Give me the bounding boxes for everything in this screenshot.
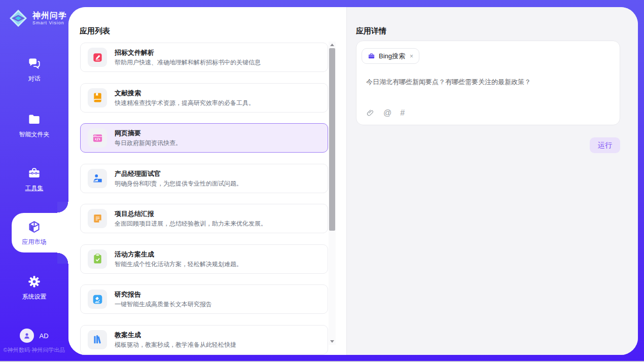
tool-chip-label: Bing搜索 [379, 52, 405, 61]
app-card-desc: 快速精准查找学术资源，提高研究效率的必备工具。 [115, 99, 255, 107]
app-card-desc: 智能生成个性化活动方案，轻松解决规划难题。 [115, 260, 242, 268]
app-card-title: 网页摘要 [115, 129, 182, 137]
chat-icon [27, 57, 41, 70]
clipboard-check-icon [88, 249, 107, 269]
app-card-desc: 一键智能生成高质量长文本研究报告 [115, 300, 212, 308]
note-icon [88, 209, 107, 228]
app-card-desc: 全面回顾项目进展，总结经验教训，助力未来优化发展。 [115, 220, 267, 228]
app-card[interactable]: 产品经理面试官明确身份和职责，为您提供专业性的面试问题。 [80, 164, 328, 193]
app-card-title: 文献搜索 [115, 89, 255, 97]
app-card-title: 研究报告 [115, 290, 212, 299]
app-card[interactable]: 项目总结汇报全面回顾项目进展，总结经验教训，助力未来优化发展。 [80, 204, 328, 233]
scrollbar-down-arrow-icon[interactable] [329, 338, 336, 345]
prompt-composer[interactable]: Bing搜索 × 今日湖北有哪些新闻要点？有哪些需要关注的最新政策？ @ # [356, 41, 620, 125]
browser-code-icon [88, 128, 107, 148]
sidebar-item-folder[interactable]: 智能文件夹 [0, 113, 68, 139]
sidebar-item-label: 工具集 [0, 184, 68, 193]
scrollbar-up-arrow-icon[interactable] [329, 42, 336, 48]
app-card-title: 项目总结汇报 [115, 209, 267, 218]
edit-square-icon [88, 48, 107, 67]
toolbox-icon [27, 166, 41, 180]
app-card-desc: 模板驱动，教案秒成，教学准备从此轻松快捷 [115, 341, 236, 349]
chip-close-icon[interactable]: × [410, 53, 413, 60]
composer-toolbar: @ # [366, 108, 405, 117]
sidebar-item-label: 对话 [0, 75, 68, 83]
book-icon [88, 88, 107, 107]
main-content: 应用列表 招标文件解析帮助用户快速、准确地理解和解析招标书中的关键信息文献搜索快… [68, 7, 638, 355]
app-card[interactable]: 教案生成模板驱动，教案秒成，教学准备从此轻松快捷 [80, 325, 328, 354]
app-card[interactable]: 文献搜索快速精准查找学术资源，提高研究效率的必备工具。 [80, 83, 328, 113]
app-card-title: 招标文件解析 [115, 48, 261, 57]
app-card[interactable]: 活动方案生成智能生成个性化活动方案，轻松解决规划难题。 [80, 244, 328, 274]
app-card-desc: 明确身份和职责，为您提供专业性的面试问题。 [115, 179, 242, 188]
sidebar-item-gear[interactable]: 系统设置 [0, 275, 68, 301]
hash-tag-icon[interactable]: # [400, 108, 405, 117]
app-detail-panel: 应用详情 Bing搜索 × 今日湖北有哪些新闻要点？有哪些需要关注的最新政策？ … [346, 7, 638, 355]
logo-subtitle: Smart Vision [32, 20, 67, 25]
gear-icon [27, 275, 41, 288]
sidebar-item-label: 智能文件夹 [0, 130, 68, 139]
sidebar-item-chat[interactable]: 对话 [0, 57, 68, 83]
app-card[interactable]: 网页摘要每日政府新闻资讯快查。 [80, 123, 328, 153]
microscope-icon [88, 289, 107, 309]
app-card-title: 活动方案生成 [115, 250, 242, 259]
app-list-panel: 应用列表 招标文件解析帮助用户快速、准确地理解和解析招标书中的关键信息文献搜索快… [68, 7, 346, 355]
user-account[interactable]: AD [0, 329, 68, 343]
scrollbar-thumb[interactable] [329, 48, 335, 231]
paperclip-icon[interactable] [366, 108, 375, 117]
sidebar-item-toolbox[interactable]: 工具集 [0, 166, 68, 193]
cube-icon [27, 220, 41, 234]
app-list-title: 应用列表 [80, 26, 110, 36]
list-scrollbar[interactable] [329, 42, 336, 345]
app-card[interactable]: 招标文件解析帮助用户快速、准确地理解和解析招标书中的关键信息 [80, 43, 328, 72]
sidebar-item-cube[interactable]: 应用市场 [0, 220, 68, 246]
app-logo: 神州问学 Smart Vision [8, 8, 67, 28]
app-card-desc: 帮助用户快速、准确地理解和解析招标书中的关键信息 [115, 58, 261, 66]
person-icon [22, 331, 31, 340]
tool-chip-bing-search[interactable]: Bing搜索 × [362, 48, 419, 64]
question-text[interactable]: 今日湖北有哪些新闻要点？有哪些需要关注的最新政策？ [366, 77, 610, 87]
avatar [20, 329, 34, 343]
app-card-title: 教案生成 [115, 331, 236, 339]
books-icon [88, 330, 107, 349]
sidebar-footer: ©神州数码·神州问学出品 [0, 346, 68, 354]
app-detail-title: 应用详情 [356, 26, 386, 36]
briefcase-icon [368, 52, 375, 60]
app-card-desc: 每日政府新闻资讯快查。 [115, 139, 182, 147]
logo-title: 神州问学 [32, 11, 67, 20]
sidebar-item-label: 应用市场 [0, 238, 68, 246]
app-card[interactable]: 研究报告一键智能生成高质量长文本研究报告 [80, 284, 328, 314]
logo-diamond-icon [8, 8, 28, 28]
run-button[interactable]: 运行 [590, 137, 620, 153]
sidebar-item-label: 系统设置 [0, 293, 68, 301]
user-name: AD [39, 332, 48, 340]
at-mention-icon[interactable]: @ [383, 108, 391, 117]
folder-icon [27, 113, 41, 126]
app-card-title: 产品经理面试官 [115, 169, 242, 178]
interviewer-icon [88, 169, 107, 188]
app-card-list: 招标文件解析帮助用户快速、准确地理解和解析招标书中的关键信息文献搜索快速精准查找… [80, 43, 328, 355]
sidebar: 神州问学 Smart Vision 对话智能文件夹工具集应用市场系统设置 AD … [0, 0, 68, 361]
